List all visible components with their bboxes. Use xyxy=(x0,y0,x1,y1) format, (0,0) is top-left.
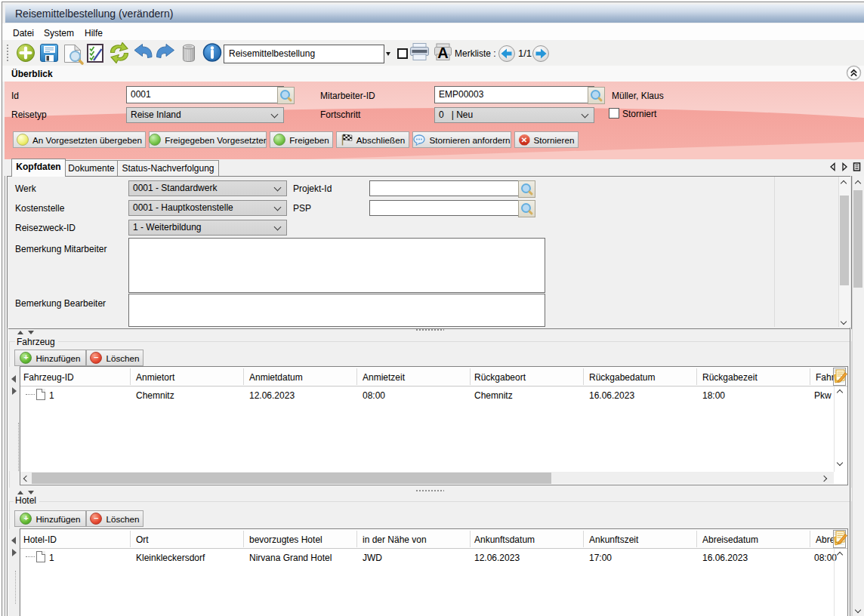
svg-text:A: A xyxy=(437,45,448,61)
